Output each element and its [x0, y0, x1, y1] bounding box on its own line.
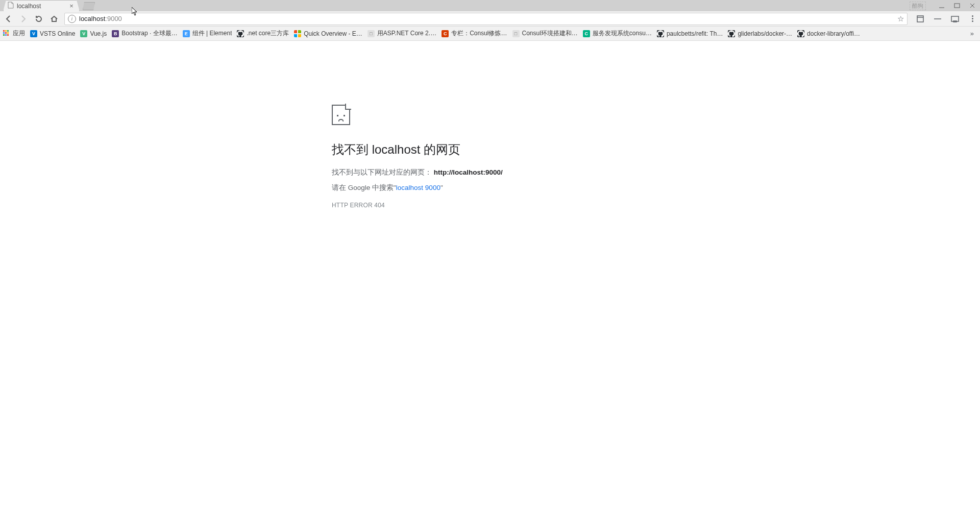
bookmark-item[interactable]: paulcbetts/refit: Th… [657, 30, 723, 37]
bookmark-item[interactable]: C专栏：Consul修炼… [442, 29, 507, 38]
error-search-line: 请在 Google 中搜索"localhost 9000" [332, 183, 648, 192]
bookmark-label: Quick Overview - E… [304, 30, 362, 37]
bookmark-label: 专栏：Consul修炼… [451, 29, 507, 38]
svg-rect-0 [954, 4, 960, 8]
site-info-icon[interactable]: i [68, 15, 76, 23]
bookmark-label: Consul环境搭建和… [522, 29, 578, 38]
bookmarks-bar: 应用 VVSTS OnlineVVue.jsBBootstrap · 全球最…E… [0, 27, 980, 41]
bookmark-label: 用ASP.NET Core 2.… [377, 29, 436, 38]
bookmark-favicon: V [80, 30, 87, 37]
bookmark-item[interactable]: □Consul环境搭建和… [512, 29, 578, 38]
reload-button[interactable] [34, 14, 44, 24]
bookmark-favicon [294, 30, 301, 37]
bookmark-favicon: B [112, 30, 119, 37]
apps-icon [3, 30, 10, 37]
error-search-suffix: " [440, 184, 443, 191]
bookmark-item[interactable]: BBootstrap · 全球最… [112, 29, 177, 38]
bookmark-favicon: □ [512, 30, 520, 37]
bookmark-item[interactable]: E组件 | Element [183, 29, 232, 38]
error-sad-page-icon [332, 105, 350, 125]
bookmark-label: Bootstrap · 全球最… [121, 29, 177, 38]
bookmark-label: docker-library/offi… [807, 30, 860, 37]
toolbar: i localhost:9000 ☆ [0, 11, 980, 27]
bookmark-favicon: C [583, 30, 590, 37]
bookmark-item[interactable]: VVue.js [80, 30, 107, 37]
new-tab-button[interactable] [83, 2, 95, 10]
window-maximize-button[interactable] [949, 0, 965, 11]
url-host: localhost [79, 15, 105, 22]
bookmark-favicon [237, 30, 244, 37]
menu-button[interactable] [968, 15, 977, 22]
error-detail-line: 找不到与以下网址对应的网页： http://localhost:9000/ [332, 168, 648, 177]
bookmark-label: 组件 | Element [192, 29, 232, 38]
bookmark-favicon [728, 30, 735, 37]
extension-icon-2[interactable] [933, 14, 942, 23]
tab-strip: localhost × 酷狗 [0, 0, 980, 11]
extension-badge[interactable]: 酷狗 [910, 2, 926, 10]
url-rest: :9000 [105, 15, 122, 22]
error-title: 找不到 localhost 的网页 [332, 141, 648, 158]
window-close-button[interactable] [965, 0, 980, 11]
bookmark-favicon: □ [368, 30, 375, 37]
home-button[interactable] [49, 14, 59, 24]
window-minimize-button[interactable] [934, 0, 949, 11]
page-content: 找不到 localhost 的网页 找不到与以下网址对应的网页： http://… [0, 41, 980, 531]
bookmark-label: .net core三方库 [247, 29, 289, 38]
bookmark-label: VSTS Online [40, 30, 75, 37]
extension-icon-1[interactable] [916, 14, 925, 23]
bookmark-item[interactable]: C服务发现系统consu… [583, 29, 652, 38]
bookmark-favicon: C [442, 30, 449, 37]
bookmark-item[interactable]: .net core三方库 [237, 29, 289, 38]
bookmark-favicon [797, 30, 804, 37]
svg-rect-1 [917, 16, 923, 22]
forward-button[interactable] [18, 14, 29, 24]
bookmark-item[interactable]: □用ASP.NET Core 2.… [368, 29, 436, 38]
tab-title: localhost [17, 3, 68, 10]
bookmark-item[interactable]: VVSTS Online [30, 30, 75, 37]
tab-close-icon[interactable]: × [68, 2, 75, 10]
browser-tab[interactable]: localhost × [3, 0, 80, 11]
error-search-prefix: 请在 Google 中搜索" [332, 184, 396, 191]
bookmark-favicon: E [183, 30, 190, 37]
bookmark-label: Vue.js [90, 30, 107, 37]
bookmark-item[interactable]: docker-library/offi… [797, 30, 860, 37]
page-icon [8, 2, 14, 10]
error-detail-prefix: 找不到与以下网址对应的网页： [332, 168, 432, 176]
bookmark-label: paulcbetts/refit: Th… [667, 30, 723, 37]
bookmark-favicon [657, 30, 664, 37]
error-url: http://localhost:9000/ [434, 168, 503, 176]
bookmark-label: 服务发现系统consu… [593, 29, 652, 38]
bookmarks-overflow-icon[interactable]: » [970, 30, 977, 37]
apps-label: 应用 [13, 29, 25, 38]
bookmark-label: gliderlabs/docker-… [738, 30, 792, 37]
bookmark-item[interactable]: gliderlabs/docker-… [728, 30, 792, 37]
bookmark-star-icon[interactable]: ☆ [897, 14, 904, 23]
extension-icon-3[interactable] [950, 14, 960, 23]
apps-shortcut[interactable]: 应用 [3, 29, 25, 38]
error-code: HTTP ERROR 404 [332, 202, 648, 209]
back-button[interactable] [3, 14, 13, 24]
address-bar[interactable]: i localhost:9000 ☆ [64, 13, 908, 25]
bookmark-favicon: V [30, 30, 37, 37]
error-search-link[interactable]: localhost 9000 [396, 184, 440, 191]
window-controls: 酷狗 [910, 0, 980, 11]
bookmark-item[interactable]: Quick Overview - E… [294, 30, 362, 37]
